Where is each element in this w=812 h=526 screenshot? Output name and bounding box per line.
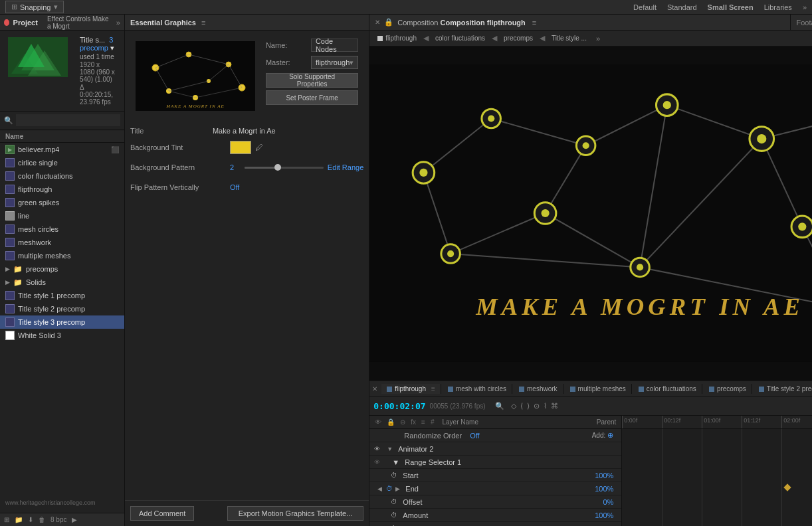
add-icon[interactable]: ⊕ bbox=[607, 431, 613, 439]
edit-range-link[interactable]: Edit Range bbox=[328, 163, 363, 171]
stopwatch-icon-amount[interactable]: ⏱ bbox=[391, 511, 397, 519]
list-item[interactable]: ▶ believer.mp4 ⬛ bbox=[0, 143, 124, 156]
prev-kf-btn[interactable]: ◀ bbox=[377, 485, 382, 492]
list-item[interactable]: Title style 1 precomp bbox=[0, 289, 124, 302]
add-comment-btn[interactable]: Add Comment bbox=[130, 506, 194, 521]
timeline-content: Randomize Order Off Add: ⊕ 👁 ▼ Anim bbox=[369, 429, 812, 526]
list-item[interactable]: multiple meshes bbox=[0, 249, 124, 262]
timeline-tab-meshwork[interactable]: meshwork bbox=[514, 384, 563, 394]
keyframe-marker[interactable] bbox=[784, 483, 791, 491]
set-poster-frame-btn[interactable]: Set Poster Frame bbox=[266, 90, 358, 105]
project-thumbnail bbox=[8, 37, 68, 77]
svg-point-58 bbox=[447, 250, 454, 257]
list-item[interactable]: green spikes bbox=[0, 196, 124, 209]
flip-pattern-row: Flip Pattern Vertically Off bbox=[130, 180, 363, 195]
comp-tab-title-style[interactable]: Title style ... bbox=[546, 33, 592, 43]
workspace-libraries[interactable]: Libraries bbox=[764, 3, 792, 11]
list-item[interactable]: cirlice single bbox=[0, 156, 124, 169]
search-icon: 🔍 bbox=[4, 116, 13, 125]
eyedropper-btn[interactable]: 🖊 bbox=[255, 143, 263, 152]
eg-fields: Name: Code Nodes Master: flipthrough ▾ bbox=[260, 36, 363, 116]
new-comp-icon[interactable]: ⊞ bbox=[4, 516, 9, 523]
timeline-layer-list: Randomize Order Off Add: ⊕ 👁 ▼ Anim bbox=[369, 429, 622, 526]
workspace-standard[interactable]: Standard bbox=[667, 3, 697, 11]
comp-tab-flipthrough[interactable]: flipthrough bbox=[372, 33, 422, 43]
comp-canvas: MAKE A MOGRT IN AE bbox=[369, 46, 812, 380]
visibility-btn[interactable]: 👁 bbox=[372, 444, 381, 454]
motion-sketch-btn[interactable]: ⌘ bbox=[551, 402, 558, 410]
svg-text:MAKE A MOGRT IN AE: MAKE A MOGRT IN AE bbox=[475, 293, 804, 320]
background-pattern-row: Background Pattern 2 Edit Range bbox=[130, 160, 363, 175]
list-item[interactable]: Title style 2 precomp bbox=[0, 302, 124, 315]
visibility-btn-2[interactable]: 👁 bbox=[372, 458, 381, 467]
solo-layer-btn[interactable]: ⊙ bbox=[534, 402, 540, 410]
timeline-controls: 0:00:02:07 00055 (23.976 fps) 🔍 ◇ ⟨ ⟩ ⊙ … bbox=[369, 397, 812, 416]
comp-lock-icon[interactable]: 🔒 bbox=[384, 18, 393, 27]
list-item-mesh-circles[interactable]: mesh circles bbox=[0, 222, 124, 236]
comp-tab-color-fluctuations[interactable]: color fluctuations bbox=[430, 33, 490, 43]
list-item[interactable]: flipthrough bbox=[0, 183, 124, 196]
workspace-default[interactable]: Default bbox=[633, 3, 657, 11]
eg-menu-btn[interactable]: ≡ bbox=[201, 19, 205, 27]
eg-master-dropdown[interactable]: flipthrough ▾ bbox=[311, 56, 358, 69]
prop-section-header: Title Make a Mogrt in Ae bbox=[130, 127, 363, 135]
comp-tab-precomps[interactable]: precomps bbox=[498, 33, 538, 43]
stopwatch-icon[interactable]: ⏱ bbox=[391, 472, 397, 479]
lock-col-icon: 🔒 bbox=[387, 418, 395, 426]
search-input[interactable] bbox=[16, 114, 120, 126]
search-timeline-icon[interactable]: 🔍 bbox=[495, 402, 504, 410]
next-keyframe-btn[interactable]: ⟩ bbox=[527, 402, 530, 410]
export-motion-graphics-btn[interactable]: Export Motion Graphics Template... bbox=[227, 506, 364, 521]
add-keyframe-btn[interactable]: ◇ bbox=[511, 402, 516, 410]
timeline-ruler[interactable]: 0:00f 00:12f 01:00f 01:12f 02:00f 02:12f… bbox=[622, 416, 812, 428]
tabs-overflow[interactable]: » bbox=[596, 35, 600, 43]
color-swatch-background-tint[interactable] bbox=[230, 141, 251, 154]
delete-icon[interactable]: 🗑 bbox=[39, 516, 45, 523]
workspace-small-screen[interactable]: Small Screen bbox=[708, 3, 754, 11]
timeline-tab-color-fluctuations[interactable]: color fluctuations bbox=[633, 384, 702, 394]
stopwatch-icon-end[interactable]: ⏱ bbox=[386, 485, 393, 492]
panel-close-dot[interactable] bbox=[4, 19, 9, 26]
timeline-tab-precomps[interactable]: precomps bbox=[704, 384, 752, 394]
workspace-extend[interactable]: » bbox=[803, 3, 807, 11]
timeline-tab-mesh-circles[interactable]: mesh with circles bbox=[443, 384, 512, 394]
list-item[interactable]: color fluctuations bbox=[0, 169, 124, 183]
dropdown-arrow: ▾ bbox=[350, 58, 354, 67]
list-item-selected[interactable]: Title style 3 precomp bbox=[0, 315, 124, 329]
expand-icon[interactable]: ▼ bbox=[387, 446, 393, 452]
timeline-tab-flipthrough[interactable]: flipthrough ≡ bbox=[381, 384, 441, 394]
list-item-folder[interactable]: ▶ 📁 precomps bbox=[0, 262, 124, 276]
file-icon-comp bbox=[5, 224, 15, 234]
timeline-tab-multiple-meshes[interactable]: multiple meshes bbox=[565, 384, 632, 394]
timeline-bar-area bbox=[622, 429, 812, 526]
timecode-display[interactable]: 0:00:02:07 bbox=[373, 401, 425, 411]
file-icon-comp bbox=[5, 251, 15, 260]
solo-supported-properties-btn[interactable]: Solo Supported Properties bbox=[266, 73, 358, 88]
timeline-tab-title-style-2[interactable]: Title style 2 precomp bbox=[754, 384, 812, 394]
list-item[interactable]: line bbox=[0, 209, 124, 222]
project-panel-title: Project bbox=[13, 19, 38, 27]
render-icon[interactable]: ▶ bbox=[72, 516, 77, 523]
background-pattern-slider[interactable] bbox=[245, 167, 324, 169]
list-item-folder-solids[interactable]: ▶ 📁 Solids bbox=[0, 276, 124, 289]
panel-menu-btn[interactable]: » bbox=[116, 19, 120, 27]
new-folder-icon[interactable]: 📁 bbox=[15, 516, 23, 523]
svg-text:MAKE A MOGRT IN AE: MAKE A MOGRT IN AE bbox=[165, 104, 224, 109]
new-item-icon[interactable]: ⬇ bbox=[28, 516, 33, 523]
tab-menu-icon[interactable]: ≡ bbox=[431, 385, 435, 393]
stopwatch-icon-offset[interactable]: ⏱ bbox=[391, 498, 397, 505]
prev-keyframe-btn[interactable]: ⟨ bbox=[520, 402, 523, 410]
eg-bottom-buttons: Add Comment Export Motion Graphics Templ… bbox=[125, 500, 369, 526]
list-item[interactable]: White Solid 3 bbox=[0, 329, 124, 342]
expand-icon[interactable]: ▼ bbox=[392, 458, 399, 466]
comp-menu-icon[interactable]: ≡ bbox=[532, 19, 536, 27]
svg-point-59 bbox=[542, 209, 550, 217]
snapping-control[interactable]: ⊞ Snapping ▾ bbox=[5, 1, 64, 13]
graph-editor-btn[interactable]: ⌇ bbox=[544, 402, 547, 410]
eg-name-input[interactable]: Code Nodes bbox=[311, 39, 358, 52]
file-icon-comp bbox=[5, 198, 15, 207]
comp-close-x[interactable]: ✕ bbox=[375, 19, 380, 26]
list-item[interactable]: meshwork bbox=[0, 236, 124, 249]
next-kf-btn[interactable]: ▶ bbox=[395, 485, 400, 492]
timeline-close-btn[interactable]: ✕ bbox=[372, 385, 377, 393]
